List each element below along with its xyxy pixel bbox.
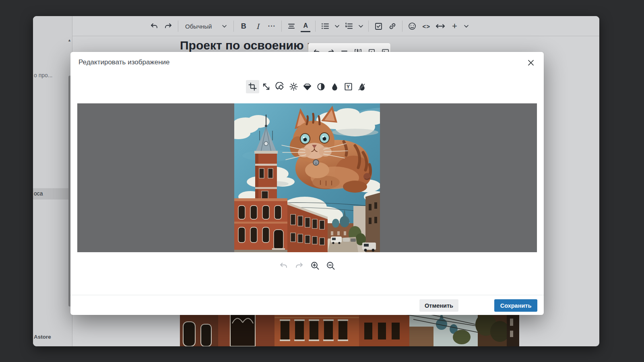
canvas-controls xyxy=(70,260,544,271)
modal-save-button[interactable]: Сохранить xyxy=(494,299,537,312)
text-color-button[interactable]: A xyxy=(301,20,310,32)
paragraph-style-label: Обычный xyxy=(185,23,212,30)
chevron-down-icon[interactable] xyxy=(464,25,469,28)
emoji-icon[interactable] xyxy=(408,20,417,32)
scroll-up-icon[interactable]: ▲ xyxy=(68,38,71,42)
brightness-icon[interactable] xyxy=(287,80,300,93)
modal-footer: Отменить Сохранить xyxy=(70,295,544,315)
contrast-icon[interactable] xyxy=(314,80,328,93)
width-icon[interactable] xyxy=(436,20,445,32)
edit-canvas[interactable] xyxy=(77,103,537,252)
edit-undo-icon[interactable] xyxy=(279,260,289,271)
toolbar-divider xyxy=(368,21,369,32)
gamma-icon[interactable]: Y xyxy=(342,80,355,93)
sidebar: ▲ о про... оса Astore xyxy=(33,16,72,346)
italic-button[interactable]: I xyxy=(253,20,262,32)
rotate-icon[interactable] xyxy=(273,80,287,93)
cancel-button[interactable]: Отменить xyxy=(419,299,458,312)
chevron-down-icon[interactable] xyxy=(335,25,339,28)
toolbar-group: Обычный B I ··· A xyxy=(150,16,469,36)
chevron-down-icon xyxy=(222,25,227,28)
edit-redo-icon[interactable] xyxy=(294,260,305,271)
modal-title: Редактировать изображение xyxy=(78,58,170,66)
toolbar-divider xyxy=(402,21,402,32)
code-button[interactable]: <> xyxy=(422,20,431,32)
sidebar-item[interactable]: о про... xyxy=(33,70,68,80)
crop-icon[interactable] xyxy=(246,80,259,93)
zoom-in-icon[interactable] xyxy=(310,260,320,271)
more-formatting-button[interactable]: ··· xyxy=(267,20,276,32)
redo-icon[interactable] xyxy=(164,20,173,32)
undo-icon[interactable] xyxy=(150,20,159,32)
discard-color-icon[interactable] xyxy=(355,80,369,93)
link-icon[interactable] xyxy=(388,20,397,32)
zoom-out-icon[interactable] xyxy=(326,260,336,271)
sidebar-footer-label: Astore xyxy=(34,334,51,340)
image-tools-row: Y xyxy=(70,80,544,93)
clarity-gem-icon[interactable] xyxy=(301,80,314,93)
saturation-icon[interactable] xyxy=(328,80,341,93)
toolbar-divider xyxy=(315,21,316,32)
align-icon[interactable] xyxy=(287,20,296,32)
chevron-down-icon[interactable] xyxy=(359,25,363,28)
cat-image xyxy=(234,103,380,252)
edit-image-modal: Редактировать изображение xyxy=(70,52,544,315)
toolbar-divider xyxy=(178,21,178,32)
resize-icon[interactable] xyxy=(260,80,273,93)
screenshot-stage: ▲ о про... оса Astore Обычный xyxy=(0,0,644,362)
bold-button[interactable]: B xyxy=(239,20,248,32)
close-icon[interactable] xyxy=(527,59,535,67)
numbered-list-button[interactable] xyxy=(345,20,353,32)
toolbar-divider xyxy=(281,21,282,32)
paragraph-style-dropdown[interactable]: Обычный xyxy=(184,23,228,30)
document-title[interactable]: Проект по освоению кос xyxy=(180,39,327,52)
document-image-fragment[interactable] xyxy=(180,311,519,346)
checkbox-icon[interactable] xyxy=(374,20,383,32)
bullet-list-button[interactable] xyxy=(321,20,330,32)
insert-button[interactable]: + xyxy=(450,20,459,32)
toolbar-divider xyxy=(233,21,234,32)
sidebar-item-selected[interactable]: оса xyxy=(33,188,68,200)
editor-toolbar: Обычный B I ··· A xyxy=(72,16,599,36)
